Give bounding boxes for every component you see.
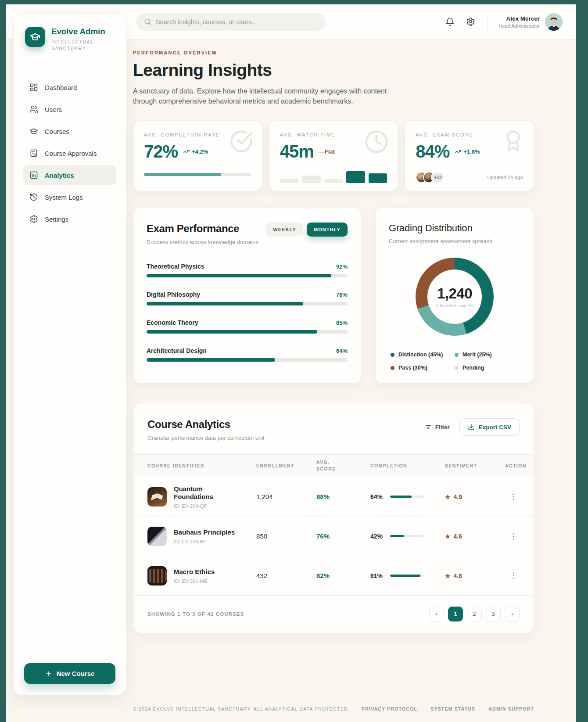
page-button-2[interactable]: 2 <box>467 607 482 621</box>
course-name: Macro Ethics <box>174 568 215 576</box>
search-input[interactable] <box>156 18 318 25</box>
star-icon <box>445 493 451 500</box>
document-check-icon <box>29 149 38 158</box>
domain-score: 64% <box>336 348 348 354</box>
download-icon <box>468 424 475 431</box>
exam-bar-row: Theoretical Physics 92% <box>147 263 348 277</box>
page-subtitle: A sanctuary of data. Explore how the int… <box>133 86 405 106</box>
course-id: ID: EV-109-BP <box>174 539 235 544</box>
stat-value: 84% <box>416 142 449 162</box>
exam-bar-row: Digital Philosophy 78% <box>147 291 348 305</box>
weekly-toggle-button[interactable]: WEEKLY <box>266 223 303 237</box>
new-course-button[interactable]: New Course <box>24 663 115 684</box>
gear-icon <box>29 215 38 223</box>
teal-frame: Alex Mercer Head Administrator Evolve Ad… <box>0 0 588 722</box>
course-thumbnail <box>147 487 167 506</box>
sidebar-item-analytics[interactable]: Analytics <box>23 165 116 185</box>
sidebar-item-label: Users <box>45 106 62 113</box>
sidebar-item-users[interactable]: Users <box>23 99 116 119</box>
stat-value: 45m <box>280 142 314 162</box>
new-course-label: New Course <box>57 670 95 677</box>
table-row: Macro Ethics ID: EV-301-ME 432 82% 91% 4… <box>133 556 534 596</box>
row-actions-button[interactable] <box>505 569 521 582</box>
history-icon <box>29 193 38 201</box>
trending-up-icon <box>183 148 190 155</box>
rating-value: 4.6 <box>454 533 462 540</box>
users-icon <box>29 105 38 114</box>
course-analytics-title: Course Analytics <box>147 418 265 431</box>
sidebar-item-label: Dashboard <box>45 84 77 91</box>
domain-label: Economic Theory <box>147 319 198 326</box>
next-page-button[interactable]: › <box>505 607 520 621</box>
mini-bar <box>346 171 365 183</box>
middle-row: Exam Performance Success metrics across … <box>133 207 534 384</box>
pagination-summary: SHOWING 1 TO 3 OF 42 COURSES <box>147 611 244 617</box>
exam-performance-subtitle: Success metrics across knowledge domains <box>147 239 258 245</box>
column-header: AVG. SCORE <box>316 459 343 473</box>
exam-bar-row: Economic Theory 85% <box>147 319 348 334</box>
dashboard-grid-icon <box>29 83 38 92</box>
mini-bar <box>324 179 343 183</box>
prev-page-button[interactable]: ‹ <box>429 607 444 621</box>
stat-card-exam-score: AVG. EXAM SCORE 84% +1.8% +12 Updated 2h… <box>405 120 534 191</box>
search-bar[interactable] <box>136 13 326 31</box>
avg-score-value: 82% <box>316 572 370 579</box>
pagination: SHOWING 1 TO 3 OF 42 COURSES ‹ 1 2 3 › <box>133 596 534 633</box>
row-actions-button[interactable] <box>505 530 521 542</box>
sidebar-item-system-logs[interactable]: System Logs <box>23 187 116 207</box>
legend-dot <box>455 353 459 357</box>
export-csv-button[interactable]: Export CSV <box>459 418 520 436</box>
page-button-3[interactable]: 3 <box>486 607 501 621</box>
sidebar-item-course-approvals[interactable]: Course Approvals <box>23 143 116 163</box>
enrollment-value: 1,204 <box>256 493 316 500</box>
monthly-toggle-button[interactable]: MONTHLY <box>307 223 348 237</box>
avatar[interactable] <box>545 13 563 31</box>
mini-bar <box>280 179 299 183</box>
stat-trend: +1.8% <box>455 148 480 155</box>
watch-time-mini-chart <box>280 171 387 183</box>
star-icon <box>445 533 451 540</box>
footer-link-status[interactable]: SYSTEM STATUS <box>430 706 475 711</box>
course-name: Quantum Foundations <box>174 485 240 502</box>
sidebar-item-dashboard[interactable]: Dashboard <box>23 77 116 97</box>
filter-button[interactable]: Filter <box>425 424 450 431</box>
footer-link-privacy[interactable]: PRIVACY PROTOCOL <box>362 706 417 711</box>
sentiment-cell: 4.8 <box>445 572 505 579</box>
completion-cell: 64% <box>370 493 445 500</box>
star-icon <box>445 572 451 579</box>
eyebrow: PERFORMANCE OVERVIEW <box>133 50 534 55</box>
domain-score: 78% <box>336 291 348 298</box>
page-button-1[interactable]: 1 <box>448 607 463 621</box>
sidebar-nav: Dashboard Users Courses Course Approvals… <box>23 77 116 229</box>
footer-link-support[interactable]: ADMIN SUPPORT <box>488 706 534 711</box>
sidebar-item-courses[interactable]: Courses <box>23 121 116 141</box>
sidebar-item-label: Courses <box>45 128 69 135</box>
stat-card-completion-rate: AVG. COMPLETION RATE 72% +4.2% <box>133 120 262 191</box>
rating-value: 4.9 <box>454 493 462 500</box>
notifications-button[interactable] <box>444 15 456 28</box>
rating-value: 4.8 <box>454 572 462 579</box>
completion-value: 64% <box>370 493 385 500</box>
user-menu[interactable]: Alex Mercer Head Administrator <box>498 13 563 31</box>
mini-bar <box>369 173 387 183</box>
course-id: ID: EV-204-QF <box>174 503 240 509</box>
domain-label: Architectural Design <box>147 347 207 354</box>
graded-units-total: 1,240 <box>437 285 472 302</box>
stats-row: AVG. COMPLETION RATE 72% +4.2% AVG. WATC… <box>133 120 534 191</box>
avg-score-value: 88% <box>316 493 370 500</box>
sidebar-item-settings[interactable]: Settings <box>23 209 116 229</box>
search-icon <box>144 18 151 25</box>
plus-icon <box>45 670 52 677</box>
settings-quick-button[interactable] <box>464 15 477 28</box>
completion-progress-bar <box>144 173 251 176</box>
sidebar-item-label: Analytics <box>45 172 74 179</box>
exam-bars: Theoretical Physics 92% Digital Philosop… <box>147 263 348 362</box>
mini-bar <box>302 176 321 183</box>
row-actions-button[interactable] <box>505 490 521 503</box>
table-header-row: COURSE IDENTIFIER ENROLLMENT AVG. SCORE … <box>133 454 534 477</box>
table-row: Quantum Foundations ID: EV-204-QF 1,204 … <box>133 477 534 517</box>
filter-icon <box>425 424 432 431</box>
grading-legend: Distinction (45%) Merit (25%) Pass (30%)… <box>389 352 520 371</box>
period-toggle: WEEKLY MONTHLY <box>266 223 348 237</box>
check-circle-icon <box>229 129 253 155</box>
